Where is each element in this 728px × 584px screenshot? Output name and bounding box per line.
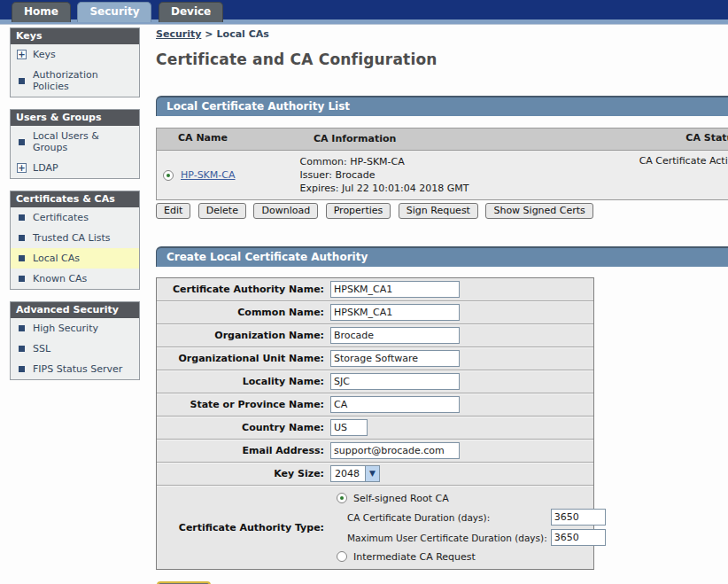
square-bullet-icon <box>19 366 25 372</box>
sidebar-item-label: Known CAs <box>33 273 87 284</box>
show-signed-certs-button[interactable]: Show Signed Certs <box>485 203 592 219</box>
common-name-field[interactable] <box>330 304 460 321</box>
sidebar-section-title: Advanced Security <box>11 302 139 318</box>
square-bullet-icon <box>19 255 25 261</box>
locality-name-field[interactable] <box>330 373 460 390</box>
sidebar-item-label: Certificates <box>33 212 89 223</box>
top-tab-bar: Home Security Device <box>0 0 728 19</box>
field-label: Country Name: <box>157 422 330 433</box>
sidebar-item-high-security[interactable]: High Security <box>11 318 139 339</box>
ca-common-name: Common: HP-SKM-CA <box>300 155 633 168</box>
sidebar-item-label: High Security <box>33 323 98 334</box>
square-bullet-icon <box>19 139 25 145</box>
expand-plus-icon[interactable]: + <box>17 163 27 173</box>
self-signed-root-ca-radio[interactable] <box>337 493 347 503</box>
field-label: Organizational Unit Name: <box>157 353 330 364</box>
breadcrumb: Security>Local CAs <box>156 28 728 40</box>
breadcrumb-current: Local CAs <box>217 28 269 40</box>
sidebar-section-title: Keys <box>11 28 139 44</box>
field-label: Common Name: <box>157 307 330 318</box>
field-label: Maximum User Certificate Duration (days)… <box>347 533 547 543</box>
edit-button[interactable]: Edit <box>156 203 190 219</box>
sidebar: Keys + Keys Authorization Policies Users… <box>10 27 140 392</box>
organization-name-field[interactable] <box>330 327 460 344</box>
download-button[interactable]: Download <box>253 203 318 219</box>
delete-button[interactable]: Delete <box>198 203 246 219</box>
key-size-selected-value: 2048 <box>331 466 365 481</box>
ca-certificate-duration-row: CA Certificate Duration (days): <box>330 507 606 527</box>
properties-button[interactable]: Properties <box>326 203 391 219</box>
form-row-key-size: Key Size: 2048 ▼ <box>157 462 593 485</box>
self-signed-root-ca-option[interactable]: Self-signed Root CA <box>330 489 606 507</box>
intermediate-ca-request-option[interactable]: Intermediate CA Request <box>330 548 606 565</box>
sidebar-item-label: Authorization Policies <box>33 69 136 92</box>
sidebar-section-advanced-security: Advanced Security High Security SSL FIPS… <box>10 301 140 380</box>
tab-home[interactable]: Home <box>12 2 71 22</box>
field-label: Certificate Authority Type: <box>157 522 330 533</box>
ca-table-header-row: CA Name CA Information CA Status <box>157 128 728 151</box>
sidebar-item-label: Local CAs <box>33 253 80 264</box>
square-bullet-icon <box>19 325 25 331</box>
field-label: Certificate Authority Name: <box>157 284 330 295</box>
ca-name-link[interactable]: HP-SKM-CA <box>181 169 236 181</box>
sidebar-section-keys: Keys + Keys Authorization Policies <box>10 27 140 97</box>
field-label: Organization Name: <box>157 330 330 341</box>
intermediate-ca-request-radio[interactable] <box>337 551 347 562</box>
square-bullet-icon <box>19 78 25 84</box>
sidebar-item-label: SSL <box>33 343 50 354</box>
square-bullet-icon <box>19 276 25 282</box>
ca-row-radio[interactable] <box>163 170 174 181</box>
square-bullet-icon <box>19 346 25 352</box>
ca-issuer: Issuer: Brocade <box>300 168 633 182</box>
radio-option-label: Self-signed Root CA <box>353 493 449 504</box>
sidebar-item-fips-status-server[interactable]: FIPS Status Server <box>11 359 139 379</box>
main-content: Security>Local CAs Certificate and CA Co… <box>156 28 728 584</box>
square-bullet-icon <box>19 235 25 241</box>
sidebar-item-known-cas[interactable]: Known CAs <box>11 269 139 289</box>
field-label: Email Address: <box>157 445 330 456</box>
sidebar-item-authorization-policies[interactable]: Authorization Policies <box>11 65 139 97</box>
sidebar-section-users-groups: Users & Groups Local Users & Groups + LD… <box>10 109 140 179</box>
certificate-authority-name-field[interactable] <box>330 281 460 298</box>
sidebar-item-label: Local Users & Groups <box>33 130 136 153</box>
tab-device[interactable]: Device <box>159 2 223 22</box>
organizational-unit-name-field[interactable] <box>330 350 460 367</box>
sidebar-item-label: Keys <box>33 49 56 60</box>
create-ca-section-header: Create Local Certificate Authority <box>156 246 728 267</box>
form-row-organizational-unit-name: Organizational Unit Name: <box>157 347 593 370</box>
ca-list-section-header: Local Certificate Authority List <box>156 96 728 116</box>
ca-list-actions: Edit Delete Download Properties Sign Req… <box>156 203 728 219</box>
sidebar-item-local-cas[interactable]: Local CAs <box>11 248 139 269</box>
sidebar-item-ldap[interactable]: + LDAP <box>11 158 139 178</box>
breadcrumb-security-link[interactable]: Security <box>156 28 201 40</box>
form-row-common-name: Common Name: <box>157 300 593 323</box>
field-label: Key Size: <box>157 468 330 479</box>
country-name-field[interactable] <box>330 419 368 436</box>
form-row-ca-name: Certificate Authority Name: <box>157 278 593 300</box>
sidebar-item-label: LDAP <box>33 162 58 174</box>
maximum-user-certificate-duration-field[interactable] <box>551 529 606 546</box>
sidebar-item-label: Trusted CA Lists <box>33 232 111 244</box>
max-user-certificate-duration-row: Maximum User Certificate Duration (days)… <box>330 527 606 548</box>
sidebar-item-keys[interactable]: + Keys <box>11 44 139 65</box>
sidebar-item-local-users-groups[interactable]: Local Users & Groups <box>11 126 139 158</box>
tab-security[interactable]: Security <box>77 2 151 22</box>
field-label: CA Certificate Duration (days): <box>347 512 490 523</box>
key-size-select[interactable]: 2048 ▼ <box>330 465 380 482</box>
ca-certificate-duration-field[interactable] <box>551 509 606 526</box>
sidebar-section-certificates-cas: Certificates & CAs Certificates Trusted … <box>10 191 140 290</box>
sidebar-item-label: FIPS Status Server <box>33 363 122 375</box>
sidebar-item-certificates[interactable]: Certificates <box>11 207 139 228</box>
form-row-email-address: Email Address: <box>157 439 593 462</box>
sidebar-item-trusted-ca-lists[interactable]: Trusted CA Lists <box>11 228 139 248</box>
form-row-state-or-province: State or Province Name: <box>157 393 593 416</box>
sidebar-item-ssl[interactable]: SSL <box>11 339 139 359</box>
ca-status-cell: CA Certificate Active <box>633 155 728 195</box>
field-label: State or Province Name: <box>157 399 330 410</box>
state-or-province-name-field[interactable] <box>330 396 460 413</box>
email-address-field[interactable] <box>330 442 460 459</box>
breadcrumb-separator: > <box>205 28 213 40</box>
sign-request-button[interactable]: Sign Request <box>399 203 478 219</box>
expand-plus-icon[interactable]: + <box>17 50 27 59</box>
column-header-ca-name: CA Name <box>157 132 311 145</box>
